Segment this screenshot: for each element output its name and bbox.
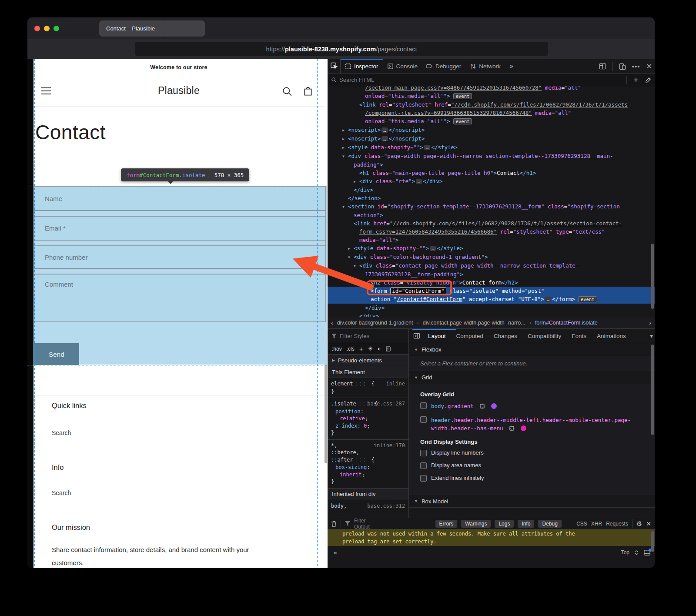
close-console-icon[interactable]: ✕ [646,520,651,527]
twisty-icon[interactable]: ▶ [348,244,354,253]
name-field[interactable]: Name [34,186,326,211]
code-line[interactable]: ::before, [328,449,408,456]
code-line[interactable]: box-sizing: [328,464,408,471]
filter-styles-label[interactable]: Filter Styles [340,333,369,339]
grid-color-swatch-magenta[interactable] [521,425,526,431]
tab-fonts[interactable]: Fonts [566,329,592,343]
tab-animations[interactable]: Animations [592,329,631,343]
add-rule-icon[interactable]: + [359,345,363,352]
breadcrumb-back-icon[interactable]: ‹ [331,319,333,326]
twisty-icon[interactable]: ▼ [354,262,359,270]
code-line[interactable]: ▶<noscript>…</noscript> [328,134,655,143]
send-button[interactable]: Send [34,343,79,365]
code-line[interactable]: element⋮⋮⋮ {inline [328,380,408,388]
extend-lines-checkbox[interactable] [420,475,427,482]
console-settings-icon[interactable]: ⚙ [636,520,642,528]
search-html-bar[interactable]: Search HTML + [328,74,655,86]
minimize-window-button[interactable] [44,26,50,31]
trash-icon[interactable] [331,521,337,527]
tab-debugger[interactable]: Debugger [422,59,465,74]
code-line[interactable]: 17330976293128__form-padding"> [328,270,655,278]
light-theme-icon[interactable]: ☀ [368,345,373,352]
code-line[interactable]: </div> [328,186,655,194]
phone-field[interactable]: Phone number [34,246,326,268]
cart-icon[interactable] [302,86,314,97]
grid-highlight-icon[interactable] [509,425,515,431]
code-line[interactable]: </div> [328,304,655,312]
code-line[interactable]: form.css?v=12475605843249503552167456668… [328,228,655,236]
eyedropper-icon[interactable] [645,77,651,83]
print-simulation-icon[interactable] [386,346,391,352]
split-console-icon[interactable] [644,550,650,556]
code-line[interactable]: <link href="//cdn.shopify.com/s/files/1/… [328,219,655,228]
flexbox-section-header[interactable]: ▼Flexbox [409,343,655,356]
tab-layout[interactable]: Layout [423,329,451,343]
code-line[interactable]: } [328,429,408,437]
code-line[interactable]: ▶<noscript>…</noscript> [328,126,655,134]
code-line[interactable]: <link rel="stylesheet" href="//cdn.shopi… [328,100,655,109]
code-line[interactable]: onload="this.media='all'">event [328,117,655,126]
search-icon[interactable] [281,86,293,97]
display-line-numbers-checkbox[interactable] [420,450,427,456]
code-line[interactable]: <form id="ContactForm" class="isolate" m… [328,287,655,295]
twisty-icon[interactable]: ▼ [348,253,354,261]
tree-scrollbar-thumb[interactable] [651,244,654,309]
chevron-down-icon[interactable]: ▾ [650,332,653,339]
responsive-mode-icon[interactable] [619,63,626,70]
meatball-menu-icon[interactable]: ••• [632,63,640,70]
code-line[interactable]: ▼<section id="shopify-section-template--… [328,202,655,211]
more-tabs-icon[interactable]: » [505,59,518,74]
tab-changes[interactable]: Changes [489,329,522,343]
dock-panel-icon[interactable] [599,63,606,70]
code-line[interactable]: } [328,478,408,485]
code-line[interactable]: section"> [328,211,655,219]
filter-xhr-button[interactable]: XHR [591,521,602,527]
pseudo-elements-header[interactable]: ▶Pseudo-elements [328,355,408,366]
code-line[interactable]: <h1 class="main-page-title page-title h0… [328,169,655,177]
twisty-icon[interactable]: ▶ [342,126,348,134]
filter-requests-button[interactable]: Requests [606,521,628,527]
box-sizing-rule[interactable]: *,inline:170::before,::after⋮⋮⋮ {box-siz… [328,440,408,489]
tab-network[interactable]: Network [465,59,505,74]
code-line[interactable]: action="/contact#ContactForm" accept-cha… [328,295,655,304]
code-line[interactable]: ▼<div class="color-background-1 gradient… [328,253,655,261]
tab-console[interactable]: Console [383,59,422,74]
footer-link-search[interactable]: Search [52,429,71,436]
twisty-icon[interactable]: ▼ [342,152,348,161]
code-line[interactable]: ::after⋮⋮⋮ { [328,456,408,464]
code-line[interactable]: ▶<div class="rte">…</div> [328,177,655,186]
code-line[interactable]: position: [328,408,408,415]
frame-selector[interactable]: Top [621,549,629,556]
store-logo[interactable]: Plausible [33,85,324,97]
browser-tab[interactable]: Contact – Plausible [99,20,205,37]
display-area-names-checkbox[interactable] [420,462,427,469]
code-line[interactable]: /section-main-page.css?v=848677459125201… [328,86,655,92]
filter-debug-button[interactable]: Debug [538,520,561,528]
twisty-icon[interactable]: ▼ [342,203,348,211]
twisty-icon[interactable]: ▶ [354,177,359,186]
cls-toggle[interactable]: .cls [347,346,355,352]
body-gradient-checkbox[interactable] [420,402,427,409]
close-devtools-icon[interactable]: ✕ [646,62,652,70]
console-prompt[interactable]: » [334,549,337,556]
code-line[interactable]: ▼<div class="contact page-width page-wid… [328,261,655,270]
email-field[interactable]: Email * [34,216,326,240]
dark-theme-icon[interactable]: ◐ [378,345,381,352]
element-style-rule[interactable]: element⋮⋮⋮ {inline} [328,378,408,398]
grid-section-header[interactable]: ▼Grid [409,371,655,384]
comment-field[interactable]: Comment [34,274,326,322]
code-line[interactable]: inherit; [328,471,408,479]
code-line[interactable]: ▼<div class="page-width page-width--narr… [328,152,655,161]
breadcrumb-item[interactable]: div.color-background-1.gradient [337,320,413,326]
layout-scrollbar-thumb[interactable] [651,345,654,435]
address-bar[interactable]: https://plausible-8238.myshopify.com/pag… [135,42,548,56]
code-line[interactable]: ▶<style data-shopify="">…</style> [328,244,655,253]
code-line[interactable]: ▶<style data-shopify="">…</style> [328,143,655,152]
code-line[interactable]: *,inline:170 [328,442,408,449]
grid-color-swatch-purple[interactable] [491,403,497,409]
console-scrollbar-thumb[interactable] [651,531,654,552]
filter-css-button[interactable]: CSS [576,521,587,527]
code-line[interactable]: media="all"> [328,236,655,244]
header-grid-checkbox[interactable] [420,416,427,423]
close-window-button[interactable] [34,26,40,31]
